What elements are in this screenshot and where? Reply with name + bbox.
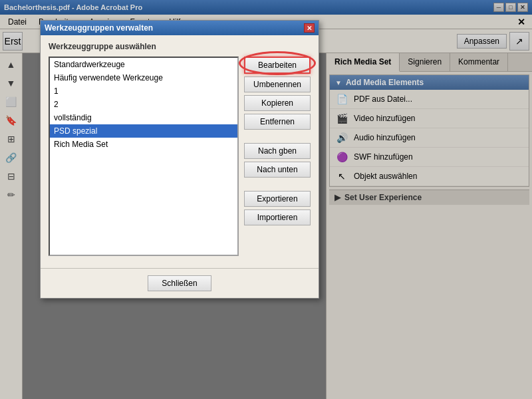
list-item-1[interactable]: 1 [50,84,237,98]
kopieren-button[interactable]: Kopieren [244,95,311,111]
entfernen-button[interactable]: Entfernen [244,114,311,130]
dialog-main: Standardwerkzeuge Häufig verwendete Werk… [49,57,311,256]
exportieren-button[interactable]: Exportieren [244,191,311,207]
main-area: ▲ ▼ ⬜ 🔖 ⊞ 🔗 ⊟ ✏ Rich Media Set Signieren… [0,53,532,399]
dialog-footer: Schließen [41,268,319,298]
spacer-2 [244,180,311,188]
dialog-subtitle: Werkzeuggruppe auswählen [49,42,311,51]
list-item-2[interactable]: 2 [50,98,237,111]
importieren-button[interactable]: Importieren [244,209,311,225]
spacer-1 [244,132,311,140]
nach-unten-button[interactable]: Nach unten [244,162,311,178]
dialog-werkzeuggruppen: Werkzeuggruppen verwalten ✕ Werkzeuggrup… [40,20,319,299]
dialog-close-button[interactable]: ✕ [304,23,315,33]
list-item-vollstaendig[interactable]: vollständig [50,111,237,124]
dialog-titlebar: Werkzeuggruppen verwalten ✕ [41,21,319,35]
nach-oben-button[interactable]: Nach gben [244,143,311,159]
list-item-rich-media[interactable]: Rich Media Set [50,138,237,151]
schliessen-button[interactable]: Schließen [148,275,211,291]
werkzeug-list[interactable]: Standardwerkzeuge Häufig verwendete Werk… [49,57,239,256]
list-item-haeufig[interactable]: Häufig verwendete Werkzeuge [50,71,237,84]
list-item-standard[interactable]: Standardwerkzeuge [50,58,237,71]
umbenennen-button[interactable]: Umbenennen [244,76,311,92]
bearbeiten-button[interactable]: Bearbeiten [244,57,311,74]
dialog-overlay: Werkzeuggruppen verwalten ✕ Werkzeuggrup… [0,0,532,399]
dialog-buttons: Bearbeiten Umbenennen Kopieren Entfernen… [244,57,311,256]
dialog-title: Werkzeuggruppen verwalten [45,23,153,33]
bearbeiten-btn-wrapper: Bearbeiten [244,57,311,74]
list-item-psd-spezial[interactable]: PSD spezial [50,124,237,138]
dialog-body: Werkzeuggruppe auswählen Standardwerkzeu… [41,35,319,263]
